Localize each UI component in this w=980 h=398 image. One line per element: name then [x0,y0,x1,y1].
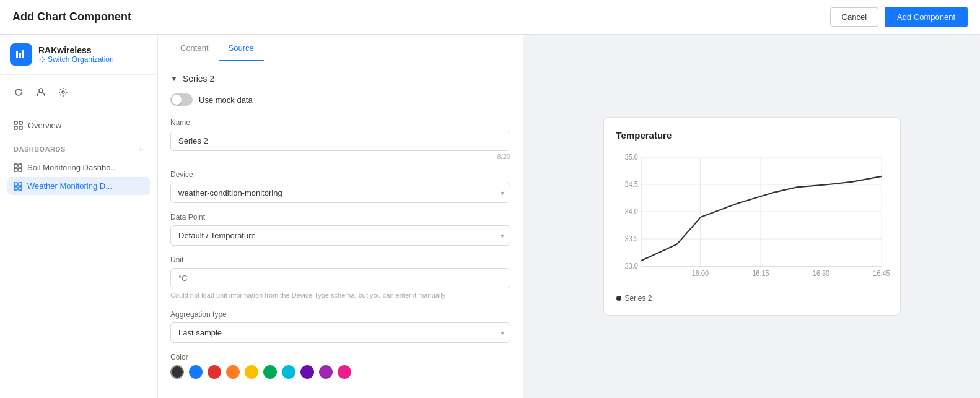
brand-logo [10,43,32,66]
aggregation-group: Aggregation type Last sample ▾ [170,310,510,343]
cancel-button[interactable]: Cancel [830,7,878,27]
svg-point-3 [39,89,43,92]
svg-text:16:30: 16:30 [812,270,829,278]
preview-panel: Temperature [523,35,980,398]
sidebar-item-soil[interactable]: Soil Monitoring Dashbo... [7,158,150,176]
color-dot-teal[interactable] [282,365,295,379]
char-count: 8/20 [170,153,510,160]
svg-rect-16 [19,187,22,190]
tab-content[interactable]: Content [170,35,219,61]
add-dashboard-button[interactable]: + [138,144,144,155]
unit-error: Could not load unit information from the… [170,291,510,300]
brand-info: RAKwireless Switch Organization [38,45,114,64]
svg-rect-12 [19,168,22,171]
svg-rect-2 [22,50,24,58]
name-label: Name [170,118,510,127]
color-dot-yellow[interactable] [245,365,258,379]
brand-name: RAKwireless [38,45,114,55]
device-label: Device [170,170,510,179]
svg-rect-5 [14,121,17,124]
nav-refresh-icon[interactable] [7,81,30,103]
line-chart-svg: 35.0 34.5 34.0 33.5 33.0 16:00 16:15 16:… [616,150,888,287]
svg-rect-13 [14,183,17,186]
aggregation-select-wrapper: Last sample ▾ [170,322,510,343]
chart-card: Temperature [603,117,901,316]
data-point-group: Data Point Default / Temperature ▾ [170,213,510,246]
unit-label: Unit [170,256,510,264]
sidebar-item-weather-label: Weather Monitoring D... [27,181,112,191]
use-mock-toggle-row: Use mock data [170,93,510,106]
add-component-button[interactable]: Add Component [885,7,968,27]
svg-rect-6 [19,121,22,124]
svg-text:34.0: 34.0 [624,208,637,216]
svg-rect-0 [16,51,18,58]
name-input[interactable] [170,131,510,151]
color-dot-black[interactable] [170,365,184,379]
unit-group: Unit Could not load unit information fro… [170,256,510,300]
use-mock-toggle[interactable] [170,93,193,106]
panel-content: ▼ Series 2 Use mock data Name 8/20 [158,61,523,398]
color-dot-orange[interactable] [226,365,240,379]
top-header: Add Chart Component Cancel Add Component [0,0,980,35]
series-header[interactable]: ▼ Series 2 [170,74,510,84]
nav-settings-icon[interactable] [52,81,74,103]
sidebar-item-overview-label: Overview [28,121,61,130]
svg-text:33.0: 33.0 [624,262,637,270]
page-title: Add Chart Component [12,11,131,24]
svg-rect-10 [19,164,22,167]
chart-legend: Series 2 [616,294,888,303]
chevron-icon: ▼ [170,74,178,83]
svg-rect-14 [19,183,22,186]
svg-rect-15 [14,187,17,190]
data-point-select-wrapper: Default / Temperature ▾ [170,225,510,246]
chart-title: Temperature [616,130,888,141]
color-group: Color [170,353,510,379]
svg-rect-7 [14,126,17,129]
svg-text:16:45: 16:45 [873,270,890,278]
device-select[interactable]: weather-condition-monitoring [170,183,510,203]
color-row [170,365,510,379]
color-dot-pink[interactable] [338,365,351,379]
svg-rect-1 [19,53,21,58]
sidebar-item-overview[interactable]: Overview [7,116,150,135]
aggregation-label: Aggregation type [170,310,510,319]
header-actions: Cancel Add Component [830,7,968,27]
dashboards-section-header: DASHBOARDS + [7,140,150,158]
config-panel: Content Source ▼ Series 2 Use mock data [158,35,523,398]
svg-rect-9 [14,164,17,167]
color-dot-violet[interactable] [319,365,333,379]
unit-input[interactable] [170,268,510,288]
data-point-select[interactable]: Default / Temperature [170,225,510,246]
nav-user-icon[interactable] [30,81,52,103]
name-group: Name 8/20 [170,118,510,160]
sidebar: RAKwireless Switch Organization [0,35,158,398]
svg-text:16:00: 16:00 [691,270,708,278]
series-title: Series 2 [183,74,214,84]
svg-text:34.5: 34.5 [624,181,637,189]
sidebar-item-weather[interactable]: Weather Monitoring D... [7,177,150,195]
color-dot-blue[interactable] [189,365,203,379]
tabs-row: Content Source [158,35,523,61]
color-dot-red[interactable] [208,365,221,379]
device-group: Device weather-condition-monitoring ▾ [170,170,510,203]
chart-area: 35.0 34.5 34.0 33.5 33.0 16:00 16:15 16:… [616,150,888,287]
toggle-thumb [172,95,182,105]
sidebar-brand: RAKwireless Switch Organization [0,35,157,75]
svg-text:33.5: 33.5 [624,235,637,243]
sidebar-nav [0,75,157,111]
aggregation-select[interactable]: Last sample [170,322,510,343]
use-mock-label: Use mock data [199,95,253,105]
switch-org-link[interactable]: Switch Organization [38,55,114,64]
color-dot-green[interactable] [263,365,277,379]
svg-rect-8 [19,126,22,129]
device-select-wrapper: weather-condition-monitoring ▾ [170,183,510,203]
svg-point-4 [62,91,64,93]
svg-text:16:15: 16:15 [752,270,769,278]
legend-label: Series 2 [625,294,652,303]
sidebar-main: Overview DASHBOARDS + Soil Monitoring Da… [0,111,157,398]
tab-source[interactable]: Source [219,35,264,61]
legend-dot [616,296,621,301]
color-dot-purple[interactable] [300,365,314,379]
dashboards-section-label: DASHBOARDS [14,145,66,153]
data-point-label: Data Point [170,213,510,222]
